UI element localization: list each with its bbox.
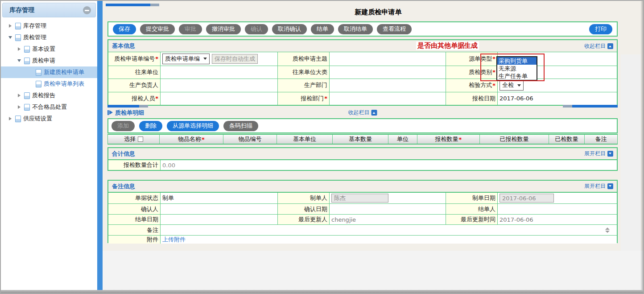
chevron-down-icon xyxy=(517,84,521,87)
field-label: 确认日期 xyxy=(304,205,327,213)
expand-section-link[interactable]: 展开栏目 xyxy=(584,150,613,157)
sidebar-item-qc-form-list[interactable]: 质检申请单列表 xyxy=(1,78,97,90)
confirm-button: 确认 xyxy=(245,24,268,34)
chevron-right-icon[interactable] xyxy=(7,24,13,28)
chevron-right-icon[interactable] xyxy=(16,94,22,97)
column-applied-qty: 已报检数量 xyxy=(480,135,549,144)
create-date-value-cell: 2017-06-06 xyxy=(497,193,617,203)
close-order-button[interactable]: 结单 xyxy=(311,24,334,34)
sidebar-item-label: 质检申请单列表 xyxy=(44,80,84,88)
barcode-scan-button[interactable]: 条码扫描 xyxy=(223,121,258,131)
dropdown-option[interactable]: 采购到货单 xyxy=(497,57,537,65)
applicant-value-cell[interactable] xyxy=(160,92,277,105)
column-label: 已检数量 xyxy=(555,135,578,143)
sidebar-item-label: 不合格品处置 xyxy=(32,103,67,111)
column-label: 选择 xyxy=(124,135,136,143)
section-title: 质检单明细 xyxy=(115,109,144,117)
column-label: 已报检数量 xyxy=(500,135,529,143)
create-date-input: 2017-06-06 xyxy=(500,194,554,203)
status-label-cell: 单据状态 xyxy=(108,193,160,203)
sidebar-item-qc-apply[interactable]: 质检申请 xyxy=(1,55,97,66)
chevron-right-icon[interactable] xyxy=(7,117,13,120)
expand-label: 展开栏目 xyxy=(584,182,606,190)
sidebar-item-inventory[interactable]: 库存管理 xyxy=(1,20,97,32)
creator-input: 陈杰 xyxy=(331,194,388,203)
collapse-section-link[interactable]: 收起栏目 xyxy=(348,109,377,116)
sidebar-item-qc-management[interactable]: 质检管理 xyxy=(1,32,97,43)
select-from-source-button[interactable]: 从源单选择明细 xyxy=(167,121,219,131)
chevron-right-icon[interactable] xyxy=(16,47,22,51)
field-label: 确认人 xyxy=(141,205,158,213)
hscroll-right-thumb[interactable] xyxy=(572,105,618,108)
dropdown-option[interactable]: 生产任务单 xyxy=(497,72,537,80)
column-base-unit: 基本单位 xyxy=(277,135,333,144)
field-label: 源单类型 xyxy=(469,55,492,63)
annotation-text: 是否由其他单据生成 xyxy=(416,41,479,50)
document-icon xyxy=(15,34,21,41)
dropdown-option[interactable]: 无来源 xyxy=(497,65,537,72)
last-updater-label-cell: 最后更新人 xyxy=(277,214,329,224)
total-qty-value: 0.00 xyxy=(162,162,175,169)
basic-info-section: 基本信息 是否由其他单据生成 收起栏目 质检申请单编号* 质检申请单编 保存时自… xyxy=(107,39,618,106)
save-button[interactable]: 保存 xyxy=(113,24,136,34)
prod-owner-value-cell[interactable] xyxy=(160,79,277,92)
subject-value-cell[interactable] xyxy=(329,52,446,66)
status-value: 制单 xyxy=(162,194,174,202)
delete-row-button[interactable]: 删除 xyxy=(139,121,162,131)
sidebar-item-basic-settings[interactable]: 基本设置 xyxy=(1,43,97,55)
print-button[interactable]: 打印 xyxy=(589,24,612,34)
partner-class-value-cell[interactable] xyxy=(329,66,446,79)
last-update-time-value-cell: 2017-06-06 xyxy=(497,214,617,224)
sidebar-item-new-qc-form[interactable]: 新建质检申请单 xyxy=(1,66,97,78)
cancel-close-button[interactable]: 取消结单 xyxy=(338,24,373,34)
prod-dept-value-cell[interactable] xyxy=(329,79,446,92)
cancel-confirm-button[interactable]: 取消确认 xyxy=(272,24,307,34)
document-icon xyxy=(24,58,30,64)
column-inspected-qty: 已检数量 xyxy=(549,135,585,144)
chevron-down-icon[interactable] xyxy=(16,59,22,62)
close-date-value-cell xyxy=(160,214,277,224)
field-label: 报检数量合计 xyxy=(124,161,158,169)
expand-section-icon[interactable] xyxy=(107,110,113,116)
apply-dept-value-cell[interactable] xyxy=(329,92,446,105)
sidebar-item-defective-disposal[interactable]: 不合格品处置 xyxy=(1,101,97,113)
hscroll-left-thumb[interactable] xyxy=(107,105,139,108)
collapse-sidebar-icon[interactable] xyxy=(83,6,91,14)
apply-date-value-cell[interactable]: 2017-06-06 xyxy=(497,92,617,105)
select-all-checkbox[interactable] xyxy=(138,137,143,142)
field-label: 制单日期 xyxy=(472,194,495,202)
submit-approval-button[interactable]: 提交审批 xyxy=(140,24,175,34)
chevron-down-icon[interactable] xyxy=(7,36,13,39)
sidebar-splitter[interactable] xyxy=(97,1,103,290)
view-flow-button[interactable]: 查看流程 xyxy=(377,24,412,34)
remark-spinner[interactable] xyxy=(603,225,611,235)
sidebar-item-qc-report[interactable]: 质检报告 xyxy=(1,90,97,101)
collapse-section-link[interactable]: 收起栏目 xyxy=(584,42,613,50)
revoke-approval-button[interactable]: 撤消审批 xyxy=(206,24,241,34)
sidebar-title: 库存管理 xyxy=(9,6,34,14)
expand-section-link[interactable]: 展开栏目 xyxy=(584,182,613,190)
source-type-label-cell: 源单类型* xyxy=(446,52,497,66)
confirmer-label-cell: 确认人 xyxy=(108,203,160,214)
doc-no-select[interactable]: 质检申请单编 xyxy=(162,54,210,64)
creator-label-cell: 制单人 xyxy=(277,193,329,203)
chevron-right-icon[interactable] xyxy=(16,105,22,109)
detail-section-header: 质检单明细 收起栏目 xyxy=(107,108,618,118)
document-icon xyxy=(15,116,21,122)
detail-table-header: 选择 物品名称* 物品编号 基本单位 基本数量 单位 报检数量* 已报检数量 已… xyxy=(107,134,618,145)
attachment-value-cell: 上传附件 xyxy=(160,235,617,244)
basic-info-grid: 质检申请单编号* 质检申请单编 保存时自动生成 质检申请主题 源单类型* 往来单… xyxy=(108,52,617,105)
field-label: 生产负责人 xyxy=(129,81,158,89)
document-icon xyxy=(36,69,41,76)
document-icon xyxy=(24,92,30,99)
inspect-mode-select[interactable]: 全检 xyxy=(500,80,524,91)
partner-value-cell[interactable] xyxy=(160,66,277,79)
applicant-label-cell: 报检人员* xyxy=(108,92,160,105)
document-icon xyxy=(24,104,30,111)
remark-value-cell[interactable] xyxy=(160,224,617,235)
field-label: 结单日期 xyxy=(135,215,158,224)
upload-attachment-link[interactable]: 上传附件 xyxy=(162,236,186,244)
sidebar-item-label: 质检申请 xyxy=(32,57,55,65)
sidebar-item-supply-chain[interactable]: 供应链设置 xyxy=(1,113,97,124)
confirmer-value-cell xyxy=(160,203,277,214)
